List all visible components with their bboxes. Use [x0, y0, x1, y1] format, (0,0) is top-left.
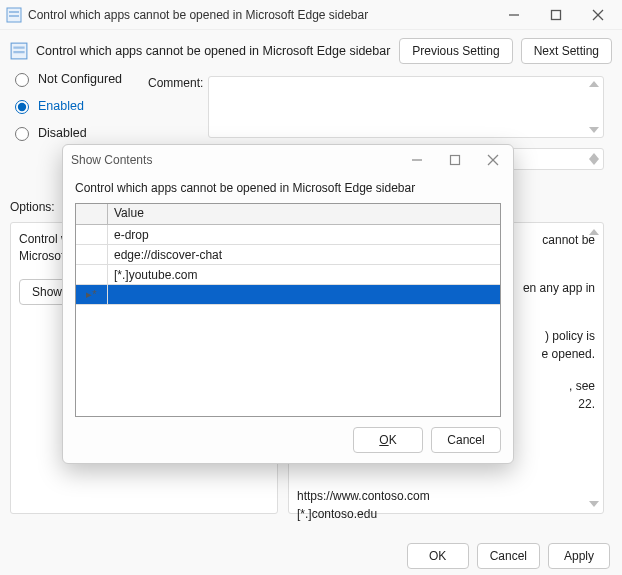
value-grid[interactable]: Value e-drop edge://discover-chat [*.]yo… — [75, 203, 501, 417]
grid-header-value[interactable]: Value — [108, 204, 500, 224]
comment-textarea[interactable] — [208, 76, 604, 138]
state-radios: Not Configured Enabled Disabled — [10, 70, 122, 141]
dialog-body: Control which apps cannot be opened in M… — [63, 175, 513, 417]
scroll-down-icon[interactable] — [589, 159, 599, 165]
row-indicator — [76, 265, 108, 284]
footer-buttons: OK Cancel Apply — [0, 543, 622, 569]
dialog-ok-button[interactable]: OK — [353, 427, 423, 453]
radio-disabled-label: Disabled — [38, 126, 87, 140]
grid-cell[interactable]: e-drop — [108, 225, 500, 244]
previous-setting-button[interactable]: Previous Setting — [399, 38, 512, 64]
apply-button[interactable]: Apply — [548, 543, 610, 569]
policy-title: Control which apps cannot be opened in M… — [36, 44, 391, 58]
scroll-up-icon[interactable] — [589, 81, 599, 87]
scroll-up-icon[interactable] — [589, 229, 599, 235]
policy-icon — [10, 42, 28, 60]
dialog-close-button[interactable] — [481, 148, 505, 172]
close-button[interactable] — [586, 3, 610, 27]
radio-enabled-label: Enabled — [38, 99, 84, 113]
dialog-caption: Control which apps cannot be opened in M… — [75, 181, 501, 195]
dialog-minimize-button[interactable] — [405, 148, 429, 172]
svg-rect-8 — [13, 47, 24, 49]
dialog-footer: OK Cancel — [63, 417, 513, 463]
ok-button[interactable]: OK — [407, 543, 469, 569]
grid-header-rowselector — [76, 204, 108, 224]
grid-cell[interactable]: [*.]youtube.com — [108, 265, 500, 284]
show-contents-dialog: Show Contents Control which apps cannot … — [62, 144, 514, 464]
maximize-button[interactable] — [544, 3, 568, 27]
grid-row[interactable]: [*.]youtube.com — [76, 265, 500, 285]
svg-rect-1 — [9, 11, 19, 13]
window-controls — [502, 3, 616, 27]
scroll-down-icon[interactable] — [589, 501, 599, 507]
svg-rect-4 — [552, 10, 561, 19]
svg-rect-9 — [13, 51, 24, 53]
radio-disabled[interactable]: Disabled — [10, 124, 122, 141]
svg-rect-2 — [9, 15, 19, 17]
radio-enabled[interactable]: Enabled — [10, 97, 122, 114]
dialog-titlebar: Show Contents — [63, 145, 513, 175]
next-setting-button[interactable]: Next Setting — [521, 38, 612, 64]
grid-row-new[interactable]: ▸* — [76, 285, 500, 305]
window-icon — [6, 7, 22, 23]
cancel-button[interactable]: Cancel — [477, 543, 540, 569]
row-indicator — [76, 245, 108, 264]
window-title: Control which apps cannot be opened in M… — [28, 8, 502, 22]
radio-enabled-input[interactable] — [15, 100, 29, 114]
radio-not-configured-label: Not Configured — [38, 72, 122, 86]
help-example: [*.]contoso.edu — [297, 505, 595, 523]
titlebar: Control which apps cannot be opened in M… — [0, 0, 622, 30]
dialog-maximize-button[interactable] — [443, 148, 467, 172]
grid-cell-new[interactable] — [108, 285, 500, 304]
header-row: Control which apps cannot be opened in M… — [0, 30, 622, 68]
help-example: https://www.contoso.com — [297, 487, 595, 505]
dialog-title: Show Contents — [71, 153, 405, 167]
dialog-cancel-button[interactable]: Cancel — [431, 427, 501, 453]
radio-not-configured-input[interactable] — [15, 73, 29, 87]
row-indicator — [76, 225, 108, 244]
options-label: Options: — [10, 200, 55, 214]
svg-rect-11 — [451, 156, 460, 165]
minimize-button[interactable] — [502, 3, 526, 27]
grid-header: Value — [76, 204, 500, 225]
comment-label: Comment: — [148, 76, 203, 90]
new-row-indicator: ▸* — [76, 285, 108, 304]
grid-cell[interactable]: edge://discover-chat — [108, 245, 500, 264]
grid-row[interactable]: e-drop — [76, 225, 500, 245]
radio-disabled-input[interactable] — [15, 127, 29, 141]
grid-row[interactable]: edge://discover-chat — [76, 245, 500, 265]
scroll-down-icon[interactable] — [589, 127, 599, 133]
policy-window: Control which apps cannot be opened in M… — [0, 0, 622, 575]
radio-not-configured[interactable]: Not Configured — [10, 70, 122, 87]
